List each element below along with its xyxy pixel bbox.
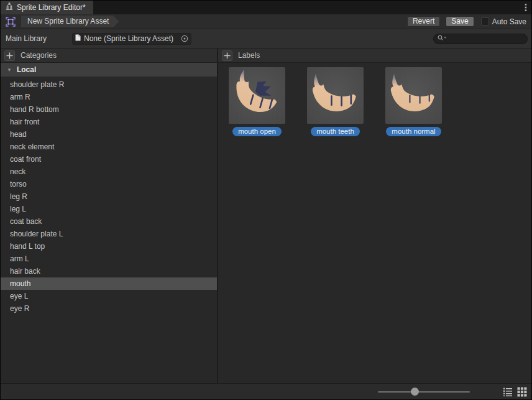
category-item[interactable]: eye R — [1, 302, 217, 315]
sprite-thumbnail-mouth-open[interactable] — [229, 67, 285, 124]
labels-header: Labels — [218, 49, 531, 63]
sprite-library-asset-icon — [6, 17, 16, 27]
category-item[interactable]: hand R bottom — [1, 103, 217, 116]
category-item[interactable]: arm R — [1, 91, 217, 103]
save-button[interactable]: Save — [446, 16, 474, 27]
search-icon — [438, 34, 447, 43]
category-list: shoulder plate R arm R hand R bottom hai… — [1, 77, 217, 383]
local-label: Local — [17, 65, 36, 74]
label-pill[interactable]: mouth teeth — [311, 127, 360, 136]
category-item[interactable]: hair front — [1, 116, 217, 128]
object-picker-icon[interactable] — [181, 35, 188, 42]
category-item[interactable]: hand L top — [1, 240, 217, 253]
local-foldout[interactable]: ▼ Local — [1, 63, 217, 77]
cage-icon — [5, 2, 14, 13]
search-input[interactable] — [449, 35, 523, 42]
tab-bar: Sprite Library Editor* — [1, 1, 531, 14]
add-label-button[interactable] — [222, 50, 232, 61]
main-library-row: Main Library None (Sprite Library Asset) — [1, 29, 531, 49]
content-area: Categories ▼ Local shoulder plate R arm … — [1, 49, 531, 383]
label-pill[interactable]: mouth normal — [386, 127, 441, 136]
revert-button[interactable]: Revert — [407, 16, 440, 27]
category-item[interactable]: coat front — [1, 153, 217, 165]
label-cell: mouth teeth — [307, 67, 364, 136]
main-library-label: Main Library — [6, 34, 72, 43]
labels-panel: Labels — [218, 49, 531, 383]
status-bar — [1, 383, 531, 399]
breadcrumb[interactable]: New Sprite Library Asset — [21, 16, 119, 27]
category-item[interactable]: leg R — [1, 190, 217, 203]
foldout-triangle-icon: ▼ — [7, 67, 12, 73]
auto-save-checkbox[interactable] — [481, 17, 489, 26]
category-item[interactable]: shoulder plate R — [1, 78, 217, 91]
category-item[interactable]: neck — [1, 165, 217, 178]
sprite-thumbnail-mouth-normal[interactable] — [385, 67, 442, 124]
categories-header: Categories — [1, 49, 217, 63]
object-field-value: None (Sprite Library Asset) — [84, 34, 178, 43]
label-pill[interactable]: mouth open — [232, 127, 282, 136]
category-item[interactable]: mouth — [1, 277, 217, 290]
category-item[interactable]: hair back — [1, 265, 217, 277]
zoom-slider-knob[interactable] — [411, 388, 419, 396]
tab-sprite-library-editor[interactable]: Sprite Library Editor* — [1, 1, 93, 14]
labels-title: Labels — [238, 51, 260, 60]
main-library-object-field[interactable]: None (Sprite Library Asset) — [72, 33, 191, 45]
add-category-button[interactable] — [4, 50, 15, 61]
grid-view-icon[interactable] — [516, 386, 527, 397]
category-item[interactable]: head — [1, 128, 217, 141]
kebab-menu-icon[interactable] — [520, 1, 531, 14]
category-item[interactable]: coat back — [1, 215, 217, 228]
category-item[interactable]: neck element — [1, 141, 217, 153]
category-item[interactable]: leg L — [1, 203, 217, 215]
label-grid: mouth open — [218, 63, 531, 136]
slider-track — [378, 391, 470, 393]
category-item[interactable]: arm L — [1, 253, 217, 265]
thumbnail-zoom-slider[interactable] — [378, 388, 470, 396]
categories-panel: Categories ▼ Local shoulder plate R arm … — [1, 49, 218, 383]
tab-title: Sprite Library Editor* — [17, 3, 86, 12]
label-cell: mouth open — [229, 67, 285, 136]
toolbar: New Sprite Library Asset Revert Save Aut… — [1, 14, 531, 29]
sprite-thumbnail-mouth-teeth[interactable] — [307, 67, 364, 124]
category-item[interactable]: torso — [1, 178, 217, 190]
label-cell: mouth normal — [385, 67, 442, 136]
list-view-icon[interactable] — [502, 386, 513, 397]
categories-title: Categories — [21, 51, 57, 60]
search-field[interactable] — [433, 34, 528, 44]
category-item[interactable]: shoulder plate L — [1, 228, 217, 240]
auto-save-label: Auto Save — [492, 17, 526, 26]
category-item[interactable]: eye L — [1, 290, 217, 302]
sprite-library-editor-window: Sprite Library Editor* — [0, 0, 532, 400]
asset-file-icon — [75, 34, 81, 43]
